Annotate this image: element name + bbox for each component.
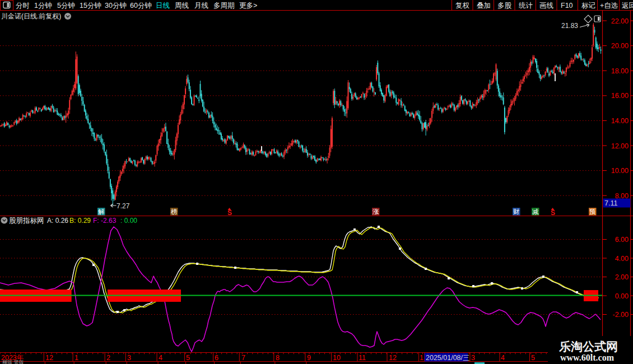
svg-text:涨: 涨 — [373, 208, 379, 215]
svg-text:4.00: 4.00 — [615, 255, 629, 263]
svg-text:11: 11 — [359, 354, 366, 362]
svg-text:多周期: 多周期 — [213, 2, 235, 10]
svg-text:1: 1 — [420, 354, 423, 362]
svg-text:7: 7 — [241, 354, 245, 362]
svg-text:周线: 周线 — [175, 2, 189, 10]
svg-text:21.83: 21.83 — [561, 22, 578, 30]
svg-text:预: 预 — [589, 208, 596, 215]
svg-text:15分钟: 15分钟 — [80, 2, 101, 10]
svg-text:复权: 复权 — [455, 2, 470, 10]
svg-text:统计: 统计 — [519, 2, 533, 10]
svg-text:4: 4 — [501, 354, 505, 362]
svg-text:2025/01/08/三: 2025/01/08/三 — [426, 354, 470, 362]
svg-text:多股: 多股 — [497, 2, 512, 10]
svg-text:财: 财 — [513, 208, 520, 215]
svg-text:10.00: 10.00 — [611, 167, 629, 175]
svg-text:F10: F10 — [561, 2, 573, 10]
svg-text:5: 5 — [531, 354, 535, 362]
svg-text:日线: 日线 — [156, 2, 170, 10]
svg-text:4: 4 — [159, 354, 162, 362]
svg-text:F: -2.63: F: -2.63 — [93, 217, 117, 225]
svg-text:12: 12 — [389, 354, 397, 362]
svg-text:+自选: +自选 — [600, 2, 618, 10]
svg-text:9: 9 — [307, 354, 311, 362]
svg-text:更多>: 更多> — [239, 2, 257, 10]
svg-text:2.00: 2.00 — [615, 273, 629, 281]
svg-text:2: 2 — [106, 354, 110, 362]
svg-text:60分钟: 60分钟 — [130, 2, 152, 10]
svg-text:20.00: 20.00 — [611, 42, 629, 50]
svg-text:榜: 榜 — [171, 208, 178, 215]
svg-text:16.00: 16.00 — [611, 92, 629, 100]
svg-text:: 0.00: : 0.00 — [120, 217, 137, 225]
svg-text:标记: 标记 — [581, 2, 595, 10]
svg-text:1分钟: 1分钟 — [34, 2, 52, 10]
svg-text:5分钟: 5分钟 — [57, 2, 75, 10]
svg-text:分时: 分时 — [16, 2, 30, 10]
svg-text:股朋指标网: 股朋指标网 — [9, 217, 44, 225]
svg-text:6: 6 — [215, 354, 218, 362]
svg-text:S: S — [551, 209, 555, 217]
svg-text:川金诺(日线.前复权): 川金诺(日线.前复权) — [1, 12, 61, 20]
svg-text:18.00: 18.00 — [611, 67, 629, 75]
svg-text:画线: 画线 — [539, 2, 553, 10]
svg-text:-2.00: -2.00 — [613, 311, 629, 319]
svg-text:解: 解 — [98, 208, 105, 215]
svg-text:月线: 月线 — [194, 2, 208, 10]
svg-text:22.00: 22.00 — [611, 17, 629, 25]
svg-text:7.11: 7.11 — [604, 199, 617, 207]
svg-text:1: 1 — [75, 354, 78, 362]
svg-text:www.60lt.com: www.60lt.com — [560, 353, 615, 362]
svg-text:3: 3 — [471, 354, 475, 362]
svg-text:A: 0.26: A: 0.26 — [47, 217, 68, 225]
svg-text:12: 12 — [45, 354, 53, 362]
svg-text:10: 10 — [333, 354, 341, 362]
svg-text:30分钟: 30分钟 — [105, 2, 127, 10]
svg-text:0.00: 0.00 — [615, 292, 629, 300]
svg-text:14.00: 14.00 — [611, 117, 629, 125]
svg-text:B: 0.29: B: 0.29 — [69, 217, 91, 225]
svg-text:S: S — [227, 209, 232, 217]
svg-text:乐淘公式网: 乐淘公式网 — [558, 340, 618, 353]
svg-text:6.00: 6.00 — [615, 236, 629, 244]
svg-text:5: 5 — [186, 354, 190, 362]
svg-text:12.00: 12.00 — [611, 142, 629, 150]
svg-text:叠加: 叠加 — [477, 2, 491, 10]
svg-text:返回: 返回 — [622, 2, 633, 10]
svg-text:7.27: 7.27 — [117, 202, 130, 210]
svg-text:横版 竖版: 横版 竖版 — [2, 360, 24, 364]
svg-text:3: 3 — [127, 354, 131, 362]
svg-text:减: 减 — [532, 208, 539, 215]
svg-text:8: 8 — [276, 354, 280, 362]
